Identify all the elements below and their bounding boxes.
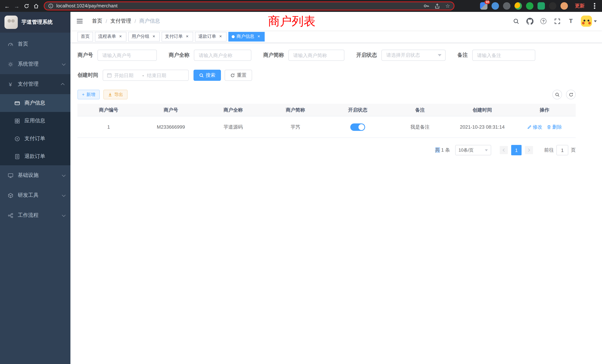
tab-process-form[interactable]: 流程表单 × xyxy=(95,32,126,41)
browser-update-button[interactable]: 更新 xyxy=(575,3,585,9)
add-button[interactable]: + 新增 xyxy=(77,90,100,99)
sidebar-item-infrastructure[interactable]: 基础设施 xyxy=(0,165,70,185)
extension-icon[interactable]: 10 xyxy=(480,2,487,10)
short-name-label: 商户简称 xyxy=(263,52,284,59)
chevron-up-icon xyxy=(61,83,64,86)
end-date-input[interactable] xyxy=(147,73,172,78)
create-time-label: 创建时间 xyxy=(77,72,98,79)
date-range-picker[interactable]: - xyxy=(103,70,189,81)
tab-label: 首页 xyxy=(81,33,90,40)
sidebar-item-refund-order[interactable]: 退款订单 xyxy=(0,148,70,165)
sidebar-item-payment[interactable]: ¥ 支付管理 xyxy=(0,74,70,94)
table-header: 商户编号 商户号 商户全称 商户简称 开启状态 备注 创建时间 操作 xyxy=(77,104,576,116)
tab-merchant-info[interactable]: 商户信息 × xyxy=(228,32,265,41)
toggle-search-button[interactable] xyxy=(552,90,562,99)
search-icon xyxy=(555,92,559,97)
prev-page-button[interactable] xyxy=(500,146,508,154)
extension-avatar-icon[interactable] xyxy=(515,2,522,10)
browser-menu-icon[interactable] xyxy=(594,5,595,7)
filter-row-1: 商户号 商户全称 商户简称 开启状态 请选择开启状态 xyxy=(77,50,576,61)
extension-drop-icon[interactable] xyxy=(492,2,499,10)
github-icon[interactable] xyxy=(526,17,533,25)
page-number-1[interactable]: 1 xyxy=(511,145,522,155)
chevron-down-icon xyxy=(62,193,66,197)
extension-green-circle-icon[interactable] xyxy=(526,2,533,10)
breadcrumb-payment[interactable]: 支付管理 xyxy=(110,18,131,24)
merchant-no-input[interactable] xyxy=(97,50,157,61)
site-info-icon[interactable] xyxy=(48,3,53,9)
fullscreen-icon[interactable] xyxy=(553,17,561,25)
refresh-table-button[interactable] xyxy=(566,90,576,99)
tab-user-group[interactable]: 用户分组 × xyxy=(128,32,160,41)
cell-merchant-no: M233666999 xyxy=(140,124,202,130)
page-annotation: 商户列表 xyxy=(268,14,315,28)
extension-dark-icon[interactable] xyxy=(549,2,556,10)
search-icon[interactable] xyxy=(512,17,520,25)
sidebar-logo[interactable]: 芋道管理系统 xyxy=(0,12,70,33)
password-key-icon[interactable] xyxy=(423,3,430,9)
breadcrumb-home[interactable]: 首页 xyxy=(92,18,102,24)
reset-button[interactable]: 重置 xyxy=(225,70,252,81)
sidebar-toggle-icon[interactable] xyxy=(70,12,89,30)
close-icon[interactable]: × xyxy=(218,34,223,39)
extension-green-square-icon[interactable] xyxy=(538,2,545,10)
goto-page-input[interactable] xyxy=(556,145,568,155)
extension-profile-icon[interactable] xyxy=(560,2,568,10)
delete-link[interactable]: 删除 xyxy=(547,124,562,130)
browser-forward-icon[interactable]: → xyxy=(12,1,22,11)
close-icon[interactable]: × xyxy=(256,34,261,39)
address-bar[interactable]: localhost:1024/pay/merchant ☆ xyxy=(44,1,454,10)
font-size-icon[interactable]: T xyxy=(567,17,575,25)
export-button[interactable]: 导出 xyxy=(103,90,128,99)
help-icon[interactable]: ? xyxy=(540,17,547,25)
browser-back-icon[interactable]: ← xyxy=(2,1,12,11)
edit-link[interactable]: 修改 xyxy=(527,124,542,130)
tab-refund-order[interactable]: 退款订单 × xyxy=(195,32,226,41)
cube-icon xyxy=(7,192,13,198)
yen-icon: ¥ xyxy=(7,81,13,87)
merchant-no-label: 商户号 xyxy=(77,52,93,59)
status-toggle[interactable] xyxy=(350,123,365,131)
close-icon[interactable]: × xyxy=(185,34,190,39)
document-icon xyxy=(14,153,20,159)
sidebar-item-system[interactable]: 系统管理 xyxy=(0,54,70,74)
caret-down-icon xyxy=(594,20,597,22)
screen: ← → localhost:1024/pay/merchant ☆ 10 xyxy=(0,0,602,364)
full-name-input[interactable] xyxy=(194,50,251,61)
breadcrumb-current: 商户信息 xyxy=(139,18,160,24)
page-unit-label: 页 xyxy=(571,147,576,153)
calendar-icon xyxy=(107,73,112,78)
user-menu[interactable] xyxy=(581,16,597,27)
merchant-table: 商户编号 商户号 商户全称 商户简称 开启状态 备注 创建时间 操作 1 M23… xyxy=(77,104,576,138)
tab-pay-order[interactable]: 支付订单 × xyxy=(162,32,193,41)
page-content: 商户号 商户全称 商户简称 开启状态 请选择开启状态 xyxy=(70,43,602,364)
tab-label: 用户分组 xyxy=(132,33,149,40)
status-select[interactable]: 请选择开启状态 xyxy=(381,50,446,61)
extension-gray-icon[interactable] xyxy=(503,2,510,10)
share-icon[interactable] xyxy=(435,3,440,9)
remark-input[interactable] xyxy=(472,50,535,61)
bookmark-star-icon[interactable]: ☆ xyxy=(445,3,450,9)
chevron-down-icon xyxy=(62,62,66,65)
close-icon[interactable]: × xyxy=(118,34,123,39)
tab-label: 支付订单 xyxy=(165,33,183,40)
sidebar-item-label: 基础设施 xyxy=(18,172,57,179)
search-button[interactable]: 搜索 xyxy=(194,70,221,81)
short-name-input[interactable] xyxy=(288,50,344,61)
page-size-select[interactable]: 10条/页 xyxy=(455,145,491,155)
tab-home[interactable]: 首页 xyxy=(77,32,93,41)
next-page-button[interactable] xyxy=(525,146,533,154)
sidebar-item-label: 系统管理 xyxy=(18,61,57,67)
sidebar-item-home[interactable]: 首页 xyxy=(0,34,70,54)
close-icon[interactable]: × xyxy=(151,34,156,39)
sidebar-item-merchant-info[interactable]: 商户信息 xyxy=(0,94,70,112)
browser-reload-icon[interactable] xyxy=(22,1,31,11)
export-button-label: 导出 xyxy=(114,91,123,98)
sidebar-item-workflow[interactable]: 工作流程 xyxy=(0,205,70,225)
sidebar-item-app-info[interactable]: 应用信息 xyxy=(0,112,70,130)
browser-home-icon[interactable] xyxy=(31,1,41,11)
search-icon xyxy=(199,73,204,78)
sidebar-item-pay-order[interactable]: 支付订单 xyxy=(0,130,70,148)
sidebar-item-dev-tools[interactable]: 研发工具 xyxy=(0,185,70,205)
start-date-input[interactable] xyxy=(114,73,139,78)
